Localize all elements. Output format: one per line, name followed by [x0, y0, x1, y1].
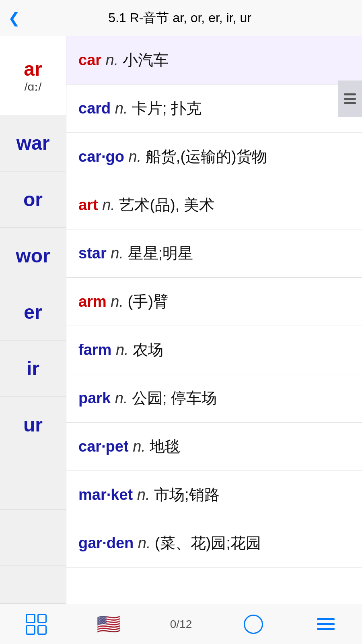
grid-cell-1 — [26, 614, 35, 623]
menu-line-2 — [344, 98, 356, 100]
sidebar-item-extra2[interactable] — [0, 510, 66, 566]
word-item-cargo[interactable]: car·go n. 船货,(运输的)货物 — [66, 133, 362, 181]
word-item-card[interactable]: card n. 卡片; 扑克 — [66, 85, 362, 133]
nav-count-label: 0/12 — [165, 612, 197, 636]
hamburger-icon — [317, 618, 335, 630]
sidebar-label-ir: ir — [27, 357, 39, 380]
ham-line-2 — [317, 623, 335, 625]
word-text-carpet: car·pet n. 地毯 — [78, 437, 180, 456]
word-text-park: park n. 公园; 停车场 — [78, 388, 217, 408]
page-title: 5.1 R-音节 ar, or, er, ir, ur — [28, 9, 331, 27]
back-button[interactable]: ❮ — [8, 10, 20, 27]
word-text-car: car n. 小汽车 — [78, 50, 169, 70]
grid-cell-3 — [26, 625, 35, 635]
nav-flag-button[interactable]: 🇺🇸 — [93, 612, 125, 636]
sidebar-item-wor[interactable]: wor — [0, 228, 66, 284]
sidebar-label-wor: wor — [16, 245, 50, 267]
word-text-art: art n. 艺术(品), 美术 — [78, 195, 214, 215]
nav-hamburger-button[interactable] — [310, 612, 342, 636]
sidebar-item-er[interactable]: er — [0, 284, 66, 341]
grid-icon — [26, 614, 47, 635]
header: ❮ 5.1 R-音节 ar, or, er, ir, ur — [0, 0, 362, 36]
word-item-market[interactable]: mar·ket n. 市场;销路 — [66, 471, 362, 519]
word-item-star[interactable]: star n. 星星;明星 — [66, 229, 362, 278]
word-text-card: card n. 卡片; 扑克 — [78, 99, 202, 118]
word-text-farm: farm n. 农场 — [78, 340, 163, 360]
sidebar-item-ar[interactable]: ar /ɑː/ — [0, 36, 66, 115]
sidebar-phonetic-ar: /ɑː/ — [25, 80, 42, 93]
flag-icon: 🇺🇸 — [97, 613, 121, 636]
bottom-nav: 🇺🇸 0/12 — [0, 604, 362, 644]
grid-cell-4 — [37, 625, 47, 635]
menu-line-3 — [344, 102, 356, 104]
ham-line-1 — [317, 618, 335, 620]
sidebar-label-war: war — [16, 132, 50, 154]
sidebar-item-ur[interactable]: ur — [0, 397, 66, 453]
sidebar-item-extra1[interactable] — [0, 453, 66, 510]
word-item-carpet[interactable]: car·pet n. 地毯 — [66, 423, 362, 471]
word-list: car n. 小汽车card n. 卡片; 扑克car·go n. 船货,(运输… — [66, 36, 362, 604]
word-text-star: star n. 星星;明星 — [78, 244, 193, 263]
ham-line-3 — [317, 628, 335, 630]
nav-circle-button[interactable] — [237, 612, 269, 636]
word-item-art[interactable]: art n. 艺术(品), 美术 — [66, 181, 362, 229]
sidebar-label-or: or — [23, 188, 43, 211]
sidebar-item-ir[interactable]: ir — [0, 341, 66, 397]
sidebar-item-extra3[interactable] — [0, 566, 66, 604]
sidebar-label-ur: ur — [23, 414, 43, 436]
sidebar: ar /ɑː/ war or wor er ir ur — [0, 36, 66, 604]
word-item-garden[interactable]: gar·den n. (菜、花)园;花园 — [66, 519, 362, 568]
sidebar-label-ar: ar — [24, 58, 42, 80]
sidebar-item-war[interactable]: war — [0, 115, 66, 171]
word-item-farm[interactable]: farm n. 农场 — [66, 326, 362, 374]
word-text-market: mar·ket n. 市场;销路 — [78, 485, 220, 505]
progress-count: 0/12 — [170, 618, 192, 631]
word-item-car[interactable]: car n. 小汽车 — [66, 36, 362, 85]
word-text-cargo: car·go n. 船货,(运输的)货物 — [78, 147, 267, 167]
word-item-park[interactable]: park n. 公园; 停车场 — [66, 374, 362, 423]
word-item-arm[interactable]: arm n. (手)臂 — [66, 278, 362, 326]
sidebar-label-er: er — [24, 301, 42, 323]
circle-icon — [244, 615, 263, 634]
menu-button[interactable] — [338, 80, 362, 117]
nav-grid-button[interactable] — [20, 612, 52, 636]
main-content: ar /ɑː/ war or wor er ir ur — [0, 36, 362, 604]
menu-lines-icon — [344, 93, 356, 104]
word-text-arm: arm n. (手)臂 — [78, 292, 169, 312]
menu-line-1 — [344, 93, 356, 95]
sidebar-item-or[interactable]: or — [0, 171, 66, 228]
word-text-garden: gar·den n. (菜、花)园;花园 — [78, 533, 261, 553]
grid-cell-2 — [37, 614, 47, 623]
